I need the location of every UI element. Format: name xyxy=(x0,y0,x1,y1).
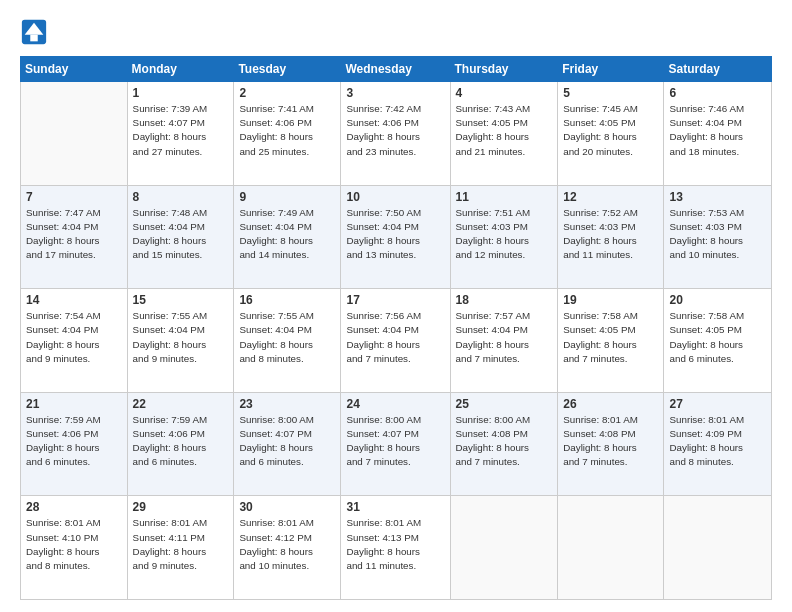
day-info: Sunrise: 8:00 AMSunset: 4:07 PMDaylight:… xyxy=(239,413,335,470)
day-info: Sunrise: 8:01 AMSunset: 4:11 PMDaylight:… xyxy=(133,516,229,573)
day-cell: 6Sunrise: 7:46 AMSunset: 4:04 PMDaylight… xyxy=(664,82,772,186)
day-number: 23 xyxy=(239,397,335,411)
day-info: Sunrise: 8:01 AMSunset: 4:08 PMDaylight:… xyxy=(563,413,658,470)
day-number: 2 xyxy=(239,86,335,100)
day-info: Sunrise: 8:01 AMSunset: 4:10 PMDaylight:… xyxy=(26,516,122,573)
day-number: 4 xyxy=(456,86,553,100)
day-number: 6 xyxy=(669,86,766,100)
day-cell: 29Sunrise: 8:01 AMSunset: 4:11 PMDayligh… xyxy=(127,496,234,600)
day-number: 27 xyxy=(669,397,766,411)
day-cell: 10Sunrise: 7:50 AMSunset: 4:04 PMDayligh… xyxy=(341,185,450,289)
day-number: 18 xyxy=(456,293,553,307)
day-info: Sunrise: 8:01 AMSunset: 4:13 PMDaylight:… xyxy=(346,516,444,573)
day-number: 1 xyxy=(133,86,229,100)
header-row: SundayMondayTuesdayWednesdayThursdayFrid… xyxy=(21,57,772,82)
day-cell xyxy=(450,496,558,600)
day-info: Sunrise: 7:41 AMSunset: 4:06 PMDaylight:… xyxy=(239,102,335,159)
day-number: 24 xyxy=(346,397,444,411)
day-number: 19 xyxy=(563,293,658,307)
day-info: Sunrise: 7:52 AMSunset: 4:03 PMDaylight:… xyxy=(563,206,658,263)
day-cell: 30Sunrise: 8:01 AMSunset: 4:12 PMDayligh… xyxy=(234,496,341,600)
day-cell: 7Sunrise: 7:47 AMSunset: 4:04 PMDaylight… xyxy=(21,185,128,289)
day-cell: 3Sunrise: 7:42 AMSunset: 4:06 PMDaylight… xyxy=(341,82,450,186)
day-cell: 18Sunrise: 7:57 AMSunset: 4:04 PMDayligh… xyxy=(450,289,558,393)
calendar-table: SundayMondayTuesdayWednesdayThursdayFrid… xyxy=(20,56,772,600)
day-cell: 9Sunrise: 7:49 AMSunset: 4:04 PMDaylight… xyxy=(234,185,341,289)
day-cell: 15Sunrise: 7:55 AMSunset: 4:04 PMDayligh… xyxy=(127,289,234,393)
day-cell: 19Sunrise: 7:58 AMSunset: 4:05 PMDayligh… xyxy=(558,289,664,393)
day-number: 10 xyxy=(346,190,444,204)
day-header-sunday: Sunday xyxy=(21,57,128,82)
day-info: Sunrise: 7:58 AMSunset: 4:05 PMDaylight:… xyxy=(563,309,658,366)
day-info: Sunrise: 7:51 AMSunset: 4:03 PMDaylight:… xyxy=(456,206,553,263)
day-number: 25 xyxy=(456,397,553,411)
day-cell: 14Sunrise: 7:54 AMSunset: 4:04 PMDayligh… xyxy=(21,289,128,393)
day-info: Sunrise: 7:59 AMSunset: 4:06 PMDaylight:… xyxy=(26,413,122,470)
day-number: 9 xyxy=(239,190,335,204)
day-number: 16 xyxy=(239,293,335,307)
day-number: 20 xyxy=(669,293,766,307)
day-number: 15 xyxy=(133,293,229,307)
day-cell: 17Sunrise: 7:56 AMSunset: 4:04 PMDayligh… xyxy=(341,289,450,393)
day-cell: 12Sunrise: 7:52 AMSunset: 4:03 PMDayligh… xyxy=(558,185,664,289)
day-info: Sunrise: 8:00 AMSunset: 4:08 PMDaylight:… xyxy=(456,413,553,470)
day-header-tuesday: Tuesday xyxy=(234,57,341,82)
day-info: Sunrise: 7:46 AMSunset: 4:04 PMDaylight:… xyxy=(669,102,766,159)
day-cell: 28Sunrise: 8:01 AMSunset: 4:10 PMDayligh… xyxy=(21,496,128,600)
day-header-monday: Monday xyxy=(127,57,234,82)
day-cell: 5Sunrise: 7:45 AMSunset: 4:05 PMDaylight… xyxy=(558,82,664,186)
day-cell: 20Sunrise: 7:58 AMSunset: 4:05 PMDayligh… xyxy=(664,289,772,393)
day-header-friday: Friday xyxy=(558,57,664,82)
day-info: Sunrise: 7:56 AMSunset: 4:04 PMDaylight:… xyxy=(346,309,444,366)
day-number: 5 xyxy=(563,86,658,100)
day-number: 29 xyxy=(133,500,229,514)
day-info: Sunrise: 7:58 AMSunset: 4:05 PMDaylight:… xyxy=(669,309,766,366)
day-number: 14 xyxy=(26,293,122,307)
day-info: Sunrise: 7:48 AMSunset: 4:04 PMDaylight:… xyxy=(133,206,229,263)
day-number: 30 xyxy=(239,500,335,514)
day-number: 31 xyxy=(346,500,444,514)
day-cell: 23Sunrise: 8:00 AMSunset: 4:07 PMDayligh… xyxy=(234,392,341,496)
day-cell: 16Sunrise: 7:55 AMSunset: 4:04 PMDayligh… xyxy=(234,289,341,393)
day-info: Sunrise: 7:47 AMSunset: 4:04 PMDaylight:… xyxy=(26,206,122,263)
day-number: 26 xyxy=(563,397,658,411)
day-info: Sunrise: 7:55 AMSunset: 4:04 PMDaylight:… xyxy=(239,309,335,366)
day-number: 7 xyxy=(26,190,122,204)
day-info: Sunrise: 8:01 AMSunset: 4:09 PMDaylight:… xyxy=(669,413,766,470)
day-number: 8 xyxy=(133,190,229,204)
day-header-wednesday: Wednesday xyxy=(341,57,450,82)
day-number: 21 xyxy=(26,397,122,411)
day-header-saturday: Saturday xyxy=(664,57,772,82)
day-info: Sunrise: 8:01 AMSunset: 4:12 PMDaylight:… xyxy=(239,516,335,573)
week-row-5: 28Sunrise: 8:01 AMSunset: 4:10 PMDayligh… xyxy=(21,496,772,600)
day-cell: 4Sunrise: 7:43 AMSunset: 4:05 PMDaylight… xyxy=(450,82,558,186)
day-info: Sunrise: 7:43 AMSunset: 4:05 PMDaylight:… xyxy=(456,102,553,159)
day-cell xyxy=(664,496,772,600)
day-cell xyxy=(558,496,664,600)
day-number: 22 xyxy=(133,397,229,411)
day-info: Sunrise: 7:45 AMSunset: 4:05 PMDaylight:… xyxy=(563,102,658,159)
day-number: 17 xyxy=(346,293,444,307)
day-cell xyxy=(21,82,128,186)
page: SundayMondayTuesdayWednesdayThursdayFrid… xyxy=(0,0,792,612)
logo xyxy=(20,18,50,46)
week-row-4: 21Sunrise: 7:59 AMSunset: 4:06 PMDayligh… xyxy=(21,392,772,496)
day-info: Sunrise: 7:49 AMSunset: 4:04 PMDaylight:… xyxy=(239,206,335,263)
logo-icon xyxy=(20,18,48,46)
day-cell: 24Sunrise: 8:00 AMSunset: 4:07 PMDayligh… xyxy=(341,392,450,496)
day-cell: 31Sunrise: 8:01 AMSunset: 4:13 PMDayligh… xyxy=(341,496,450,600)
day-number: 13 xyxy=(669,190,766,204)
day-cell: 22Sunrise: 7:59 AMSunset: 4:06 PMDayligh… xyxy=(127,392,234,496)
header xyxy=(20,18,772,46)
day-cell: 11Sunrise: 7:51 AMSunset: 4:03 PMDayligh… xyxy=(450,185,558,289)
day-header-thursday: Thursday xyxy=(450,57,558,82)
day-cell: 25Sunrise: 8:00 AMSunset: 4:08 PMDayligh… xyxy=(450,392,558,496)
svg-rect-2 xyxy=(30,35,37,42)
day-info: Sunrise: 7:53 AMSunset: 4:03 PMDaylight:… xyxy=(669,206,766,263)
day-info: Sunrise: 7:55 AMSunset: 4:04 PMDaylight:… xyxy=(133,309,229,366)
day-cell: 13Sunrise: 7:53 AMSunset: 4:03 PMDayligh… xyxy=(664,185,772,289)
day-number: 28 xyxy=(26,500,122,514)
day-info: Sunrise: 7:42 AMSunset: 4:06 PMDaylight:… xyxy=(346,102,444,159)
day-cell: 27Sunrise: 8:01 AMSunset: 4:09 PMDayligh… xyxy=(664,392,772,496)
day-cell: 2Sunrise: 7:41 AMSunset: 4:06 PMDaylight… xyxy=(234,82,341,186)
